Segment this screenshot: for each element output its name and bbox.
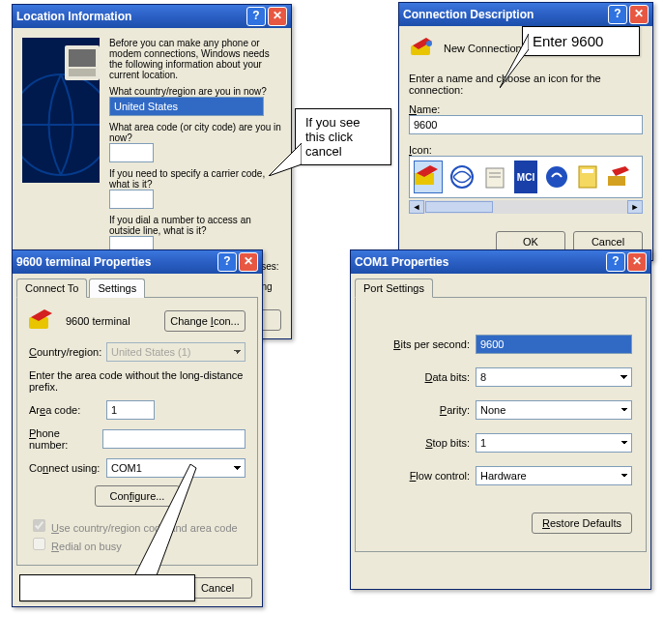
tab-port-settings[interactable]: Port Settings	[355, 278, 433, 298]
com1-properties-dialog: COM1 Properties ? ✕ Port Settings Bits p…	[350, 249, 651, 590]
outside-question: If you dial a number to access an outsid…	[109, 215, 281, 236]
title-text: COM1 Properties	[355, 255, 448, 269]
location-art	[22, 38, 100, 183]
carrier-question: If you need to specify a carrier code, w…	[109, 168, 281, 190]
svg-point-10	[451, 166, 473, 188]
svg-rect-4	[69, 49, 96, 67]
help-button[interactable]: ?	[608, 5, 627, 24]
callout-bottom	[19, 574, 195, 601]
titlebar: Connection Description ? ✕	[399, 3, 652, 26]
help-button[interactable]: ?	[246, 7, 266, 26]
icon-choice-1[interactable]	[414, 161, 443, 193]
bps-combo[interactable]: 9600	[476, 335, 632, 354]
country-question: What country/region are you in now?	[109, 86, 281, 97]
connection-name-input[interactable]	[409, 115, 643, 134]
titlebar: Location Information ? ✕	[13, 5, 291, 28]
flowcontrol-combo[interactable]: Hardware	[476, 466, 632, 485]
titlebar: COM1 Properties ? ✕	[351, 250, 650, 274]
scroll-thumb[interactable]	[425, 201, 493, 213]
intro-text: Before you can make any phone or modem c…	[109, 38, 281, 80]
svg-rect-11	[486, 168, 504, 188]
icon-choice-5[interactable]	[543, 161, 570, 193]
svg-rect-5	[69, 69, 96, 76]
title-text: Location Information	[16, 10, 131, 23]
icon-choice-3[interactable]	[481, 161, 508, 193]
icon-choice-2[interactable]	[448, 161, 476, 193]
icon-choice-6[interactable]	[576, 161, 601, 193]
terminal-icon	[29, 309, 56, 333]
help-button[interactable]: ?	[217, 252, 237, 272]
terminal-name: 9600 terminal	[66, 315, 130, 327]
carrier-code-input[interactable]	[109, 190, 154, 209]
area-prompt: Enter the area code without the long-dis…	[29, 369, 245, 393]
tab-connect-to[interactable]: Connect To	[16, 278, 87, 298]
svg-rect-17	[608, 176, 625, 186]
close-button[interactable]: ✕	[629, 5, 649, 24]
title-text: Connection Description	[403, 8, 534, 21]
icon-picker[interactable]: MCI	[409, 156, 643, 198]
callout-cancel: If you see this click cancel	[295, 108, 391, 165]
svg-marker-6	[269, 143, 302, 176]
tab-settings[interactable]: Settings	[89, 278, 145, 298]
title-text: 9600 terminal Properties	[16, 255, 151, 269]
scroll-right-button[interactable]: ►	[627, 200, 643, 214]
new-connection-icon	[409, 36, 436, 61]
close-button[interactable]: ✕	[268, 7, 287, 26]
svg-marker-18	[500, 34, 529, 88]
area-code-input[interactable]	[106, 400, 155, 420]
icon-choice-7[interactable]	[607, 161, 632, 193]
country-combo: United States (1)	[106, 342, 245, 362]
country-combo[interactable]: United States	[109, 97, 264, 116]
phone-number-input[interactable]	[102, 429, 245, 449]
databits-combo[interactable]: 8	[476, 367, 632, 387]
stopbits-combo[interactable]: 1	[476, 433, 632, 453]
callout-enter-9600: Enter 9600	[522, 26, 640, 56]
icon-scrollbar[interactable]: ◄ ►	[409, 200, 643, 214]
scroll-left-button[interactable]: ◄	[409, 200, 424, 214]
area-question: What area code (or city code) are you in…	[109, 122, 281, 143]
change-icon-button[interactable]: Change Icon...	[164, 310, 245, 332]
close-button[interactable]: ✕	[239, 252, 258, 272]
area-code-input[interactable]	[109, 143, 154, 162]
restore-defaults-button[interactable]: Restore Defaults	[532, 512, 632, 534]
svg-point-14	[546, 166, 567, 188]
titlebar: 9600 terminal Properties ? ✕	[13, 250, 262, 274]
svg-point-8	[426, 41, 432, 46]
parity-combo[interactable]: None	[476, 400, 632, 420]
icon-choice-4[interactable]: MCI	[514, 161, 537, 193]
close-button[interactable]: ✕	[627, 252, 647, 272]
help-button[interactable]: ?	[606, 252, 625, 272]
svg-rect-16	[582, 169, 593, 173]
